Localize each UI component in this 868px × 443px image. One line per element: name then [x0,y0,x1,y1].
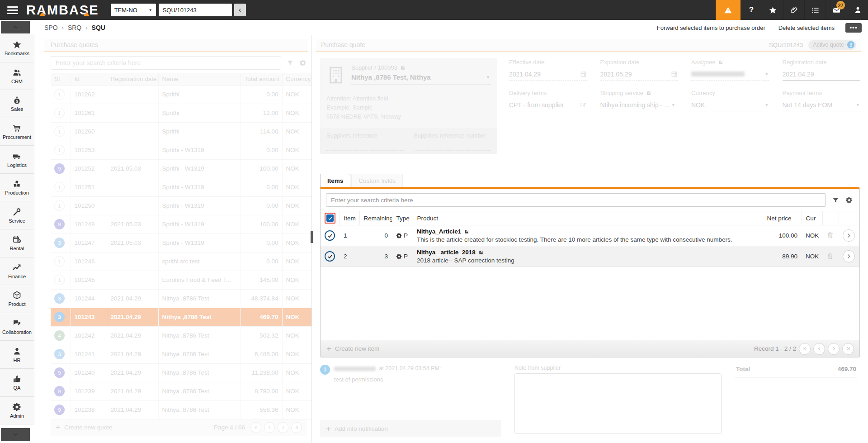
last-page-button[interactable] [291,422,302,433]
sidebar-item-hr[interactable]: HR [0,341,34,369]
select-all-checkbox[interactable] [326,214,334,222]
hamburger-menu-icon[interactable] [7,6,18,14]
create-new-item-button[interactable]: Create new item [326,345,379,352]
create-new-quote-button[interactable]: Create new quote [55,424,113,431]
first-page-button[interactable] [250,422,261,433]
splitter-drag-handle[interactable] [311,231,313,243]
product-name[interactable]: Nithya _article_2018 [417,249,759,256]
sidebar-item-sales[interactable]: Sales [0,90,34,118]
next-page-button[interactable] [278,422,288,433]
delete-selected-items-action[interactable]: Delete selected items [772,24,841,31]
sidebar-item-service[interactable]: Service [0,201,34,229]
field-value[interactable]: ▼ [691,70,769,81]
quote-row[interactable]: 1101246sprithi src test0.00NOK [51,252,312,271]
tab-items[interactable]: Items [320,174,350,187]
sidebar-item-rental[interactable]: Rental [0,229,34,257]
quote-row[interactable]: 31012412021.04.29Nithya ,8786 Test6,485.… [51,345,312,363]
item-row[interactable]: 23PNithya _article_20182018 article-- SA… [321,246,859,267]
mail-button[interactable]: 27 [826,0,847,20]
quote-row[interactable]: 91012392021.04.29Nithya ,8786 Test8,790.… [51,382,312,400]
gear-icon[interactable] [299,59,307,67]
sidebar-item-logistics[interactable]: Logistics [0,146,34,174]
module-select[interactable]: TEM-NO ▼ [111,4,156,16]
quote-row[interactable]: 1101250Sprithi - W13190.00NOK [51,196,312,215]
quote-row[interactable]: 31012472021.05.03Sprithi - W13190.00NOK [51,233,312,252]
sidebar-item-crm[interactable]: CRM [0,62,34,91]
sidebar-item-bookmarks[interactable]: Bookmarks [0,34,34,62]
chevron-down-icon[interactable]: ▼ [765,103,769,107]
more-options-button[interactable]: ••• [845,23,862,33]
tab-custom-fields[interactable]: Custom fields [351,174,403,187]
field-value[interactable]: Ntihya incoming ship - ...▼ [600,100,678,111]
quote-status-cell: 1 [51,122,71,141]
filter-icon[interactable] [832,196,840,204]
first-record-button[interactable] [799,343,811,355]
item-selected-checkbox[interactable] [325,251,335,262]
quote-row[interactable]: 1101261Sprithi12.00NOK [51,104,312,122]
item-selected-checkbox[interactable] [325,230,335,241]
chevron-down-icon[interactable]: ▼ [486,75,490,80]
field-value[interactable]: 2021.04.29 [509,70,587,81]
suppliers-reference-input[interactable] [326,139,404,151]
field-value[interactable]: NOK▼ [691,100,769,111]
quote-row[interactable]: 1101260Sprithi114.00NOK [51,122,312,141]
user-button[interactable] [847,0,868,20]
back-button[interactable]: ‹ [234,4,246,16]
field-value[interactable]: CPT - from supplier [509,100,587,111]
field-value[interactable]: 2021.04.29 [783,70,860,81]
chevron-down-icon[interactable]: ▼ [671,103,675,107]
chevron-down-icon[interactable]: ▼ [765,72,769,76]
quote-row[interactable]: 1101253Sprithi - W13190.00NOK [51,141,312,159]
quote-row[interactable]: 41012422021.04.29Nithya ,8786 Test502.32… [51,326,312,345]
note-from-supplier-textarea[interactable] [514,373,722,434]
previous-page-button[interactable] [264,422,275,433]
items-search-input[interactable]: Enter your search criteria here [326,193,826,207]
breadcrumb-item-srq[interactable]: SRQ [68,24,81,31]
help-button[interactable]: ? [741,0,762,20]
last-record-button[interactable] [842,343,854,355]
quote-row[interactable]: 91012382021.04.29Nithya ,8786 Test558.36… [51,400,312,419]
quote-row[interactable]: 91012522021.05.03Sprithi - W1319100.00NO… [51,159,312,178]
open-item-button[interactable] [843,250,855,262]
chevron-down-icon[interactable]: ▼ [856,103,860,107]
sidebar-item-procurement[interactable]: Procurement [0,118,34,146]
sidebar-item-finance[interactable]: Finance [0,257,34,286]
sidebar-scroll-down-button[interactable] [1,428,30,441]
breadcrumb-item-squ[interactable]: SQU [92,24,105,31]
quote-row[interactable]: 31012442021.04.29Nithya ,8786 Test48,374… [51,289,312,308]
star-button[interactable] [762,0,783,20]
field-value[interactable]: Net 14 days EOM▼ [783,100,860,111]
quote-row[interactable]: 91012402021.04.29Nithya ,8786 Test11,238… [51,363,312,382]
product-name[interactable]: Nithya_Article1 [417,228,759,235]
alert-button[interactable] [715,0,741,20]
sidebar-item-qa[interactable]: QA [0,369,34,397]
previous-record-button[interactable] [813,343,825,355]
quote-row-selected[interactable]: 31012432021.04.29Nithya ,8786 Test469.70… [51,308,312,326]
filter-icon[interactable] [287,59,294,67]
external-link-icon[interactable] [400,65,406,71]
field-value[interactable]: 2021.05.29 [600,70,678,81]
gear-icon[interactable] [845,196,853,204]
document-search-input[interactable]: SQU/101243 [159,4,232,16]
breadcrumb-item-spo[interactable]: SPO [44,24,58,31]
sidebar-scroll-up-button[interactable] [1,21,30,33]
trash-icon[interactable] [826,252,834,260]
sidebar-item-production[interactable]: Production [0,174,34,202]
add-info-notification-button[interactable]: Add info notification [320,420,501,437]
attachment-button[interactable] [783,0,804,20]
open-item-button[interactable] [843,229,855,242]
sidebar-item-product[interactable]: Product [0,285,34,313]
sidebar-item-admin[interactable]: Admin [0,397,34,425]
suppliers-reference-number-input[interactable] [414,139,491,151]
sidebar-item-collaboration[interactable]: Collaboration [0,313,34,341]
list-button[interactable] [804,0,826,20]
next-record-button[interactable] [828,343,840,355]
quotes-search-input[interactable]: Enter your search criteria here [51,56,281,70]
quote-row[interactable]: 1101262Sprithi0.00NOK [51,85,312,104]
trash-icon[interactable] [826,231,834,239]
quote-row[interactable]: 1101251Sprithi - W13190.00NOK [51,178,312,196]
quote-row[interactable]: 91012482021.05.03Sprithi - W1319100.00NO… [51,215,312,233]
forward-selected-items-action[interactable]: Forward selected items to purchase order [651,24,772,31]
quote-row[interactable]: 1101245Eurofins Food & Feed T...145.00NO… [51,271,312,289]
item-row[interactable]: 10PNithya_Article1This is the article cr… [321,225,859,246]
